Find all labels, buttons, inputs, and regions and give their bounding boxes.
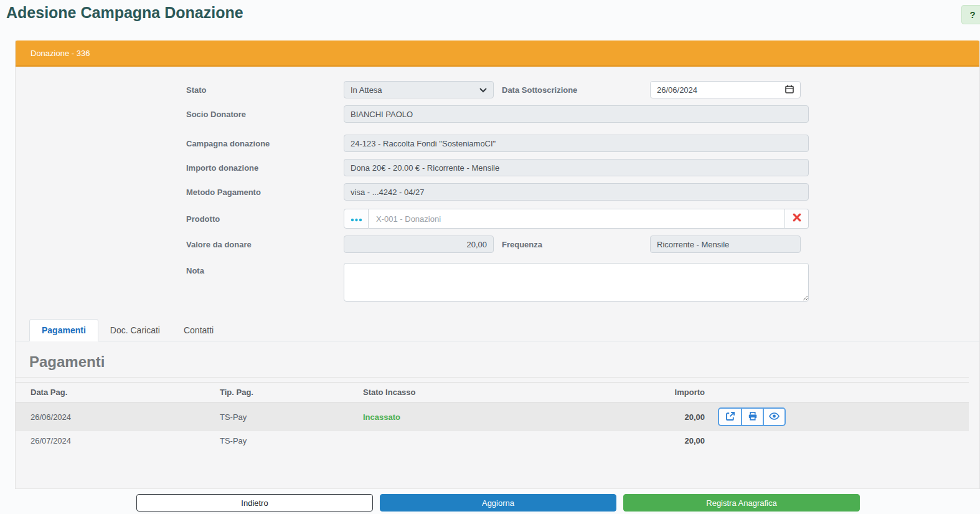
col-data-pag: Data Pag. (16, 383, 212, 402)
panel-header-label: Donazione - 336 (31, 49, 90, 58)
data-sottoscrizione-label: Data Sottoscrizione (494, 85, 650, 95)
payments-table: Data Pag. Tip. Pag. Stato Incasso Import… (16, 382, 969, 450)
nota-label: Nota (186, 263, 344, 275)
print-receipt-button[interactable] (741, 409, 763, 425)
metodo-pagamento-label: Metodo Pagamento (186, 188, 344, 197)
update-button[interactable]: Aggiorna (380, 494, 616, 512)
data-sottoscrizione-input[interactable]: 26/06/2024 (650, 81, 801, 98)
socio-donatore-value: BIANCHI PAOLO (351, 110, 413, 119)
payment-row-2: 26/07/2024 TS-Pay 20,00 (16, 431, 969, 450)
ellipsis-icon (351, 213, 362, 224)
printer-icon (748, 411, 758, 423)
payment-row-1: 26/06/2024 TS-Pay Incassato 20,00 (16, 402, 969, 432)
payment-1-status-badge: Incassato (363, 412, 400, 422)
col-importo: Importo (664, 383, 712, 402)
row-socio-donatore: Socio Donatore BIANCHI PAOLO (186, 105, 979, 123)
donation-panel: Donazione - 336 Stato In Attesa Data Sot… (15, 40, 980, 489)
external-link-icon (725, 411, 735, 423)
data-sottoscrizione-value: 26/06/2024 (657, 85, 697, 95)
metodo-pagamento-value: visa - ...4242 - 04/27 (351, 188, 425, 197)
valore-da-donare-value: 20,00 (466, 240, 487, 249)
col-stato-incasso: Stato Incasso (356, 383, 664, 402)
prodotto-input[interactable]: X-001 - Donazioni (369, 209, 785, 229)
socio-donatore-label: Socio Donatore (186, 110, 344, 119)
socio-donatore-input: BIANCHI PAOLO (344, 105, 809, 123)
payment-2-data: 26/07/2024 (16, 431, 212, 450)
payment-2-importo: 20,00 (664, 431, 712, 450)
row-valore-frequenza: Valore da donare 20,00 Frequenza Ricorre… (186, 236, 979, 253)
frequenza-label: Frequenza (494, 240, 650, 249)
payment-2-status (356, 431, 664, 450)
campagna-donazione-value: 24-123 - Raccolta Fondi "SosteniamoCI" (351, 139, 496, 148)
payments-header-row: Data Pag. Tip. Pag. Stato Incasso Import… (16, 383, 969, 402)
valore-da-donare-label: Valore da donare (186, 240, 344, 249)
prodotto-label: Prodotto (186, 214, 344, 224)
col-tip-pag: Tip. Pag. (212, 383, 356, 402)
footer-actions: Indietro Aggiorna Registra Anagrafica (136, 494, 860, 512)
donation-form: Stato In Attesa Data Sottoscrizione 26/0… (16, 67, 979, 450)
row-campagna-donazione: Campagna donazione 24-123 - Raccolta Fon… (186, 135, 979, 152)
frequenza-value: Ricorrente - Mensile (657, 240, 729, 249)
col-actions (712, 383, 969, 402)
campagna-donazione-label: Campagna donazione (186, 139, 344, 148)
tab-contatti[interactable]: Contatti (172, 320, 225, 341)
help-button[interactable]: ? (961, 5, 980, 24)
panel-header: Donazione - 336 (16, 40, 979, 67)
calendar-icon[interactable] (785, 85, 794, 95)
importo-donazione-value: Dona 20€ - 20.00 € - Ricorrente - Mensil… (351, 163, 499, 173)
row-importo-donazione: Importo donazione Dona 20€ - 20.00 € - R… (186, 159, 979, 176)
open-payment-button[interactable] (719, 409, 741, 425)
nota-textarea[interactable] (344, 263, 809, 302)
eye-icon (769, 412, 780, 422)
row-stato: Stato In Attesa Data Sottoscrizione 26/0… (186, 81, 979, 98)
payment-1-data: 26/06/2024 (16, 402, 212, 432)
close-icon (793, 213, 801, 224)
back-button[interactable]: Indietro (136, 494, 373, 512)
tab-doc-caricati[interactable]: Doc. Caricati (98, 320, 172, 341)
stato-select-value: In Attesa (351, 85, 382, 95)
importo-donazione-label: Importo donazione (186, 163, 344, 173)
frequenza-input: Ricorrente - Mensile (650, 236, 801, 253)
stato-select[interactable]: In Attesa (344, 81, 494, 98)
tab-pagamenti[interactable]: Pagamenti (29, 319, 98, 341)
row-nota: Nota (186, 263, 979, 302)
prodotto-lookup-button[interactable] (344, 209, 369, 229)
payment-1-actions (718, 407, 786, 426)
view-payment-button[interactable] (763, 409, 784, 425)
row-metodo-pagamento: Metodo Pagamento visa - ...4242 - 04/27 (186, 183, 979, 201)
metodo-pagamento-input: visa - ...4242 - 04/27 (344, 183, 809, 201)
valore-da-donare-input: 20,00 (344, 236, 494, 253)
page-title: Adesione Campagna Donazione (6, 4, 243, 22)
stato-label: Stato (186, 85, 344, 95)
importo-donazione-input: Dona 20€ - 20.00 € - Ricorrente - Mensil… (344, 159, 809, 176)
register-anagrafica-button[interactable]: Registra Anagrafica (623, 494, 860, 512)
row-prodotto: Prodotto X-001 - Donazioni (186, 209, 979, 229)
prodotto-value: X-001 - Donazioni (376, 214, 441, 224)
chevron-down-icon (479, 85, 487, 95)
payments-section-title: Pagamenti (29, 353, 979, 371)
payment-2-tipo: TS-Pay (212, 431, 356, 450)
campagna-donazione-input: 24-123 - Raccolta Fondi "SosteniamoCI" (344, 135, 809, 152)
prodotto-clear-button[interactable] (785, 209, 809, 229)
payment-1-importo: 20,00 (664, 402, 712, 432)
tab-bar: Pagamenti Doc. Caricati Contatti (16, 319, 979, 341)
payment-1-tipo: TS-Pay (212, 402, 356, 432)
section-divider (16, 377, 969, 378)
